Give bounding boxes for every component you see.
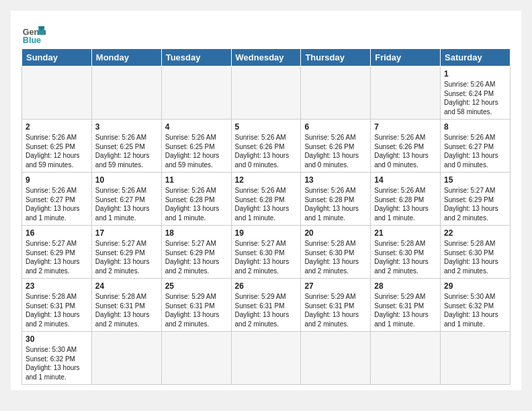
day-cell-empty — [91, 332, 161, 385]
day-cell-20: 20Sunrise: 5:28 AMSunset: 6:30 PMDayligh… — [301, 226, 371, 279]
day-cell-12: 12Sunrise: 5:26 AMSunset: 6:28 PMDayligh… — [231, 173, 301, 226]
day-cell-15: 15Sunrise: 5:27 AMSunset: 6:29 PMDayligh… — [441, 173, 511, 226]
day-info: Sunrise: 5:26 AMSunset: 6:27 PMDaylight:… — [26, 186, 88, 222]
day-cell-8: 8Sunrise: 5:26 AMSunset: 6:27 PMDaylight… — [441, 120, 511, 173]
day-cell-3: 3Sunrise: 5:26 AMSunset: 6:25 PMDaylight… — [91, 120, 161, 173]
day-cell-empty — [91, 66, 161, 120]
calendar-page: General Blue SundayMondayTuesdayWednesda… — [11, 11, 521, 390]
day-cell-empty — [301, 66, 371, 120]
day-cell-empty — [161, 66, 231, 120]
day-cell-empty — [371, 332, 441, 385]
week-row-2: 9Sunrise: 5:26 AMSunset: 6:27 PMDaylight… — [22, 173, 511, 226]
day-info: Sunrise: 5:29 AMSunset: 6:31 PMDaylight:… — [235, 292, 298, 328]
day-cell-1: 1Sunrise: 5:26 AMSunset: 6:24 PMDaylight… — [441, 66, 511, 120]
day-cell-27: 27Sunrise: 5:29 AMSunset: 6:31 PMDayligh… — [301, 279, 371, 332]
day-number: 27 — [304, 281, 367, 291]
day-cell-11: 11Sunrise: 5:26 AMSunset: 6:28 PMDayligh… — [161, 173, 231, 226]
day-info: Sunrise: 5:26 AMSunset: 6:28 PMDaylight:… — [235, 186, 298, 222]
day-cell-30: 30Sunrise: 5:30 AMSunset: 6:32 PMDayligh… — [22, 332, 92, 385]
day-info: Sunrise: 5:26 AMSunset: 6:26 PMDaylight:… — [304, 133, 367, 169]
day-number: 1 — [444, 69, 506, 79]
day-cell-19: 19Sunrise: 5:27 AMSunset: 6:30 PMDayligh… — [231, 226, 301, 279]
day-info: Sunrise: 5:27 AMSunset: 6:30 PMDaylight:… — [235, 239, 298, 275]
day-info: Sunrise: 5:30 AMSunset: 6:32 PMDaylight:… — [444, 292, 506, 328]
day-cell-10: 10Sunrise: 5:26 AMSunset: 6:27 PMDayligh… — [91, 173, 161, 226]
weekday-header-tuesday: Tuesday — [161, 49, 231, 66]
day-number: 12 — [235, 175, 298, 185]
weekday-header-thursday: Thursday — [301, 49, 371, 66]
day-number: 17 — [95, 228, 158, 238]
day-info: Sunrise: 5:26 AMSunset: 6:28 PMDaylight:… — [165, 186, 228, 222]
day-info: Sunrise: 5:26 AMSunset: 6:28 PMDaylight:… — [304, 186, 367, 222]
day-info: Sunrise: 5:28 AMSunset: 6:31 PMDaylight:… — [95, 292, 158, 328]
day-number: 14 — [374, 175, 437, 185]
day-cell-empty — [371, 66, 441, 120]
day-info: Sunrise: 5:26 AMSunset: 6:25 PMDaylight:… — [26, 133, 88, 169]
day-cell-22: 22Sunrise: 5:28 AMSunset: 6:30 PMDayligh… — [441, 226, 511, 279]
day-number: 8 — [444, 122, 506, 132]
day-info: Sunrise: 5:30 AMSunset: 6:32 PMDaylight:… — [26, 345, 88, 381]
day-number: 7 — [374, 122, 437, 132]
header: General Blue — [21, 21, 511, 46]
day-cell-empty — [22, 66, 92, 120]
logo-icon: General Blue — [21, 21, 46, 46]
day-cell-empty — [441, 332, 511, 385]
day-cell-23: 23Sunrise: 5:28 AMSunset: 6:31 PMDayligh… — [22, 279, 92, 332]
day-cell-18: 18Sunrise: 5:27 AMSunset: 6:29 PMDayligh… — [161, 226, 231, 279]
weekday-header-monday: Monday — [91, 49, 161, 66]
day-number: 10 — [95, 175, 158, 185]
day-number: 13 — [304, 175, 367, 185]
day-number: 3 — [95, 122, 158, 132]
day-cell-empty — [161, 332, 231, 385]
day-number: 23 — [26, 281, 88, 291]
day-cell-2: 2Sunrise: 5:26 AMSunset: 6:25 PMDaylight… — [22, 120, 92, 173]
day-cell-16: 16Sunrise: 5:27 AMSunset: 6:29 PMDayligh… — [22, 226, 92, 279]
day-info: Sunrise: 5:28 AMSunset: 6:30 PMDaylight:… — [304, 239, 367, 275]
day-cell-26: 26Sunrise: 5:29 AMSunset: 6:31 PMDayligh… — [231, 279, 301, 332]
day-cell-4: 4Sunrise: 5:26 AMSunset: 6:25 PMDaylight… — [161, 120, 231, 173]
calendar-table: SundayMondayTuesdayWednesdayThursdayFrid… — [21, 48, 511, 385]
day-info: Sunrise: 5:26 AMSunset: 6:26 PMDaylight:… — [235, 133, 298, 169]
day-cell-6: 6Sunrise: 5:26 AMSunset: 6:26 PMDaylight… — [301, 120, 371, 173]
day-cell-21: 21Sunrise: 5:28 AMSunset: 6:30 PMDayligh… — [371, 226, 441, 279]
day-cell-empty — [301, 332, 371, 385]
day-cell-9: 9Sunrise: 5:26 AMSunset: 6:27 PMDaylight… — [22, 173, 92, 226]
day-number: 22 — [444, 228, 506, 238]
day-info: Sunrise: 5:29 AMSunset: 6:31 PMDaylight:… — [304, 292, 367, 328]
day-info: Sunrise: 5:29 AMSunset: 6:31 PMDaylight:… — [374, 292, 437, 328]
day-info: Sunrise: 5:27 AMSunset: 6:29 PMDaylight:… — [165, 239, 228, 275]
day-number: 4 — [165, 122, 228, 132]
day-number: 2 — [26, 122, 88, 132]
day-info: Sunrise: 5:28 AMSunset: 6:31 PMDaylight:… — [26, 292, 88, 328]
day-info: Sunrise: 5:27 AMSunset: 6:29 PMDaylight:… — [26, 239, 88, 275]
week-row-5: 30Sunrise: 5:30 AMSunset: 6:32 PMDayligh… — [22, 332, 511, 385]
day-number: 11 — [165, 175, 228, 185]
day-info: Sunrise: 5:29 AMSunset: 6:31 PMDaylight:… — [165, 292, 228, 328]
weekday-header-wednesday: Wednesday — [231, 49, 301, 66]
day-number: 20 — [304, 228, 367, 238]
day-cell-empty — [231, 332, 301, 385]
weekday-header-friday: Friday — [371, 49, 441, 66]
logo: General Blue — [21, 21, 48, 46]
week-row-3: 16Sunrise: 5:27 AMSunset: 6:29 PMDayligh… — [22, 226, 511, 279]
day-cell-25: 25Sunrise: 5:29 AMSunset: 6:31 PMDayligh… — [161, 279, 231, 332]
day-number: 21 — [374, 228, 437, 238]
day-info: Sunrise: 5:28 AMSunset: 6:30 PMDaylight:… — [444, 239, 506, 275]
day-info: Sunrise: 5:26 AMSunset: 6:27 PMDaylight:… — [95, 186, 158, 222]
day-cell-17: 17Sunrise: 5:27 AMSunset: 6:29 PMDayligh… — [91, 226, 161, 279]
day-cell-empty — [231, 66, 301, 120]
day-number: 25 — [165, 281, 228, 291]
day-number: 15 — [444, 175, 506, 185]
day-number: 26 — [235, 281, 298, 291]
day-info: Sunrise: 5:28 AMSunset: 6:30 PMDaylight:… — [374, 239, 437, 275]
week-row-0: 1Sunrise: 5:26 AMSunset: 6:24 PMDaylight… — [22, 66, 511, 120]
weekday-header-sunday: Sunday — [22, 49, 92, 66]
day-info: Sunrise: 5:26 AMSunset: 6:28 PMDaylight:… — [374, 186, 437, 222]
svg-text:Blue: Blue — [23, 36, 41, 45]
day-number: 28 — [374, 281, 437, 291]
day-info: Sunrise: 5:26 AMSunset: 6:27 PMDaylight:… — [444, 133, 506, 169]
day-cell-29: 29Sunrise: 5:30 AMSunset: 6:32 PMDayligh… — [441, 279, 511, 332]
day-cell-13: 13Sunrise: 5:26 AMSunset: 6:28 PMDayligh… — [301, 173, 371, 226]
weekday-header-row: SundayMondayTuesdayWednesdayThursdayFrid… — [22, 49, 511, 66]
day-cell-14: 14Sunrise: 5:26 AMSunset: 6:28 PMDayligh… — [371, 173, 441, 226]
